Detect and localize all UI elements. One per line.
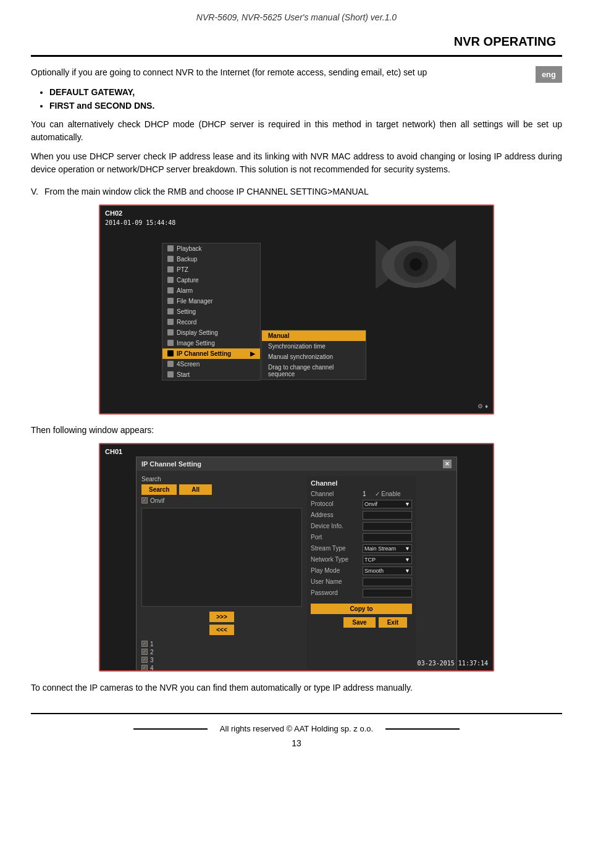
step-v-label: V. <box>31 185 38 196</box>
field-label-protocol: Protocol <box>311 500 360 507</box>
save-button[interactable]: Save <box>343 617 375 628</box>
field-label-password: Password <box>311 589 360 596</box>
all-button[interactable]: All <box>179 484 212 495</box>
menu-capture[interactable]: Capture <box>162 275 260 285</box>
dialog-title: IP Channel Setting <box>141 460 201 468</box>
camera-svg <box>376 237 456 292</box>
channel-3-checkbox[interactable]: ✓ <box>141 657 148 663</box>
menu-setting[interactable]: Setting <box>162 306 260 317</box>
menu-record[interactable]: Record <box>162 317 260 327</box>
menu-alarm[interactable]: Alarm <box>162 285 260 296</box>
channel-list: ✓ 1 ✓ 2 ✓ 3 ✓ 4 <box>141 640 302 672</box>
submenu-manual-sync[interactable]: Manual synchronization <box>262 352 366 362</box>
enable-label: ✓ Enable <box>375 491 401 497</box>
copy-to-button[interactable]: Copy to <box>311 604 412 614</box>
field-label-channel: Channel <box>311 491 360 497</box>
field-select-protocol[interactable]: Onvif▼ <box>363 500 412 508</box>
dialog-footer: Save Exit <box>311 614 412 631</box>
field-label-networktype: Network Type <box>311 556 360 563</box>
following-text: Then following window appears: <box>31 424 562 437</box>
back-button[interactable]: <<< <box>209 625 234 635</box>
dialog-titlebar: IP Channel Setting ✕ <box>137 457 456 471</box>
menu-playback[interactable]: Playback <box>162 243 260 254</box>
channel-row-4: ✓ 4 <box>141 664 302 672</box>
svg-point-3 <box>410 258 422 271</box>
onvif-label: Onvif <box>150 497 164 504</box>
intro-text: Optionally if you are going to connect N… <box>31 66 562 79</box>
channel-row-1: ✓ 1 <box>141 640 302 648</box>
footer-line: All rights reserved © AAT Holding sp. z … <box>31 724 562 733</box>
field-label-playmode: Play Mode <box>311 567 360 574</box>
field-row-address: Address <box>311 511 412 520</box>
submenu-sync-time[interactable]: Synchronization time <box>262 341 366 352</box>
screenshot-1: CH02 2014-01-09 15:44:48 Playback Backup <box>99 204 494 415</box>
field-row-streamtype: Stream Type Main Stream▼ <box>311 544 412 553</box>
submenu-drag[interactable]: Drag to change channel sequence <box>262 362 366 379</box>
field-select-streamtype[interactable]: Main Stream▼ <box>363 544 412 553</box>
onvif-checkbox[interactable]: ✓ <box>141 497 148 504</box>
channel-2-checkbox[interactable]: ✓ <box>141 649 148 655</box>
footer-line-right <box>385 728 460 730</box>
field-input-address[interactable] <box>363 511 412 520</box>
field-select-networktype[interactable]: TCP▼ <box>363 555 412 564</box>
field-row-networktype: Network Type TCP▼ <box>311 555 412 564</box>
menu-ptz[interactable]: PTZ <box>162 264 260 275</box>
menu-image-setting[interactable]: Image Setting <box>162 338 260 348</box>
bullet-list: DEFAULT GATEWAY, FIRST and SECOND DNS. <box>49 85 562 113</box>
onvif-check: ✓ Onvif <box>141 497 302 504</box>
field-input-password[interactable] <box>363 589 412 597</box>
step-v-row: V. From the main window click the RMB an… <box>31 185 562 198</box>
menu-ip-channel-setting[interactable]: IP Channel Setting ▶ <box>162 348 260 359</box>
footer-line-left <box>133 728 208 730</box>
search-buttons: Search All <box>141 484 302 495</box>
search-section: Search Search All ✓ Onvif <box>141 476 302 504</box>
channel-2-number: 2 <box>150 649 159 655</box>
menu-file-manager[interactable]: File Manager <box>162 296 260 306</box>
channel-row-2: ✓ 2 <box>141 648 302 656</box>
field-row-playmode: Play Mode Smooth▼ <box>311 567 412 575</box>
exit-button[interactable]: Exit <box>379 617 407 628</box>
screen2-timestamp: 03-23-2015 11:37:14 <box>418 660 488 667</box>
field-label-username: User Name <box>311 578 360 585</box>
dhcp-text: You can alternatively check DHCP mode (D… <box>31 118 562 144</box>
menu-4screen[interactable]: 4Screen <box>162 359 260 369</box>
ip-channel-dialog: IP Channel Setting ✕ Search Search All ✓ <box>136 457 457 672</box>
forward-button[interactable]: >>> <box>209 612 234 622</box>
dialog-left-panel: Search Search All ✓ Onvif >>> <box>141 476 302 672</box>
field-label-deviceinfo: Device Info. <box>311 523 360 529</box>
submenu-manual[interactable]: Manual <box>262 331 366 341</box>
search-label: Search <box>141 476 302 482</box>
top-divider <box>31 55 562 57</box>
channel-1-number: 1 <box>150 641 159 647</box>
search-results-list <box>141 508 302 607</box>
field-label-port: Port <box>311 534 360 541</box>
field-input-username[interactable] <box>363 578 412 586</box>
screen1-ch-label: CH02 <box>105 209 122 217</box>
section-header: NVR OPERATING <box>31 35 562 49</box>
dialog-close-button[interactable]: ✕ <box>443 460 452 468</box>
footer-area: All rights reserved © AAT Holding sp. z … <box>31 713 562 748</box>
field-select-playmode[interactable]: Smooth▼ <box>363 567 412 575</box>
channel-4-checkbox[interactable]: ✓ <box>141 665 148 671</box>
right-panel-title: Channel <box>311 479 412 487</box>
context-menu: Playback Backup PTZ Capture Alarm File M… <box>162 243 261 381</box>
submenu: Manual Synchronization time Manual synch… <box>261 330 366 380</box>
channel-1-checkbox[interactable]: ✓ <box>141 641 148 647</box>
field-label-address: Address <box>311 512 360 518</box>
field-row-password: Password <box>311 589 412 597</box>
menu-backup[interactable]: Backup <box>162 254 260 264</box>
field-input-deviceinfo[interactable] <box>363 522 412 531</box>
field-input-port[interactable] <box>363 533 412 542</box>
camera-image <box>376 237 456 292</box>
page-number: 13 <box>31 738 562 748</box>
field-value-channel: 1 <box>363 491 366 497</box>
menu-start[interactable]: Start <box>162 369 260 380</box>
field-row-deviceinfo: Device Info. <box>311 522 412 531</box>
arrow-buttons: >>> <<< <box>209 612 234 635</box>
menu-display-setting[interactable]: Display Setting <box>162 327 260 338</box>
screenshot-2: CH01 IP Channel Setting ✕ Search Search … <box>99 443 494 672</box>
bullet-item-1: DEFAULT GATEWAY, <box>49 85 562 99</box>
step-v-text: From the main window click the RMB and c… <box>44 185 369 198</box>
field-row-protocol: Protocol Onvif▼ <box>311 500 412 508</box>
search-button[interactable]: Search <box>141 484 177 495</box>
